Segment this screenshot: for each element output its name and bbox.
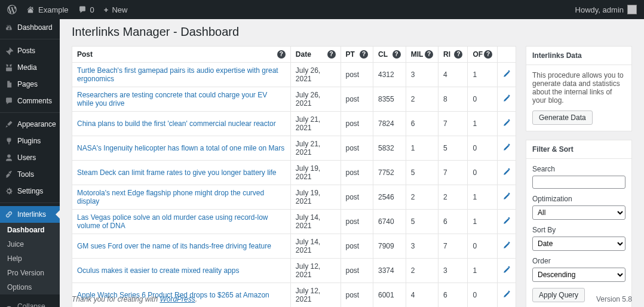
- menu-label: Media: [17, 63, 37, 72]
- menu-appearance[interactable]: Appearance: [0, 116, 60, 133]
- media-icon: [5, 63, 13, 72]
- menu-users[interactable]: Users: [0, 149, 60, 166]
- wordpress-link[interactable]: WordPress: [160, 295, 195, 303]
- cell-pt: post: [341, 63, 373, 87]
- submenu-dashboard[interactable]: Dashboard: [0, 223, 60, 237]
- th-edit: [497, 47, 516, 63]
- menu-pages[interactable]: Pages: [0, 76, 60, 93]
- menu-media[interactable]: Media: [0, 59, 60, 76]
- optimization-select[interactable]: All: [532, 205, 625, 220]
- post-link[interactable]: Researchers are testing concrete that co…: [77, 91, 267, 108]
- generate-data-button[interactable]: Generate Data: [532, 110, 593, 125]
- sortby-select[interactable]: Date: [532, 237, 625, 251]
- edit-icon[interactable]: [502, 94, 511, 103]
- avatar: [627, 5, 637, 14]
- new-content-menu[interactable]: + New: [99, 0, 133, 19]
- cell-ri: 7: [438, 234, 468, 259]
- cell-of: 0: [468, 87, 497, 112]
- submenu-juice[interactable]: Juice: [0, 237, 60, 251]
- cell-pt: post: [341, 136, 373, 161]
- search-label: Search: [532, 165, 625, 173]
- submenu-help[interactable]: Help: [0, 251, 60, 266]
- menu-tools[interactable]: Tools: [0, 166, 60, 183]
- cell-ri: 6: [438, 210, 468, 234]
- menu-dashboard[interactable]: Dashboard: [0, 19, 60, 36]
- cell-pt: post: [341, 234, 373, 259]
- th-post[interactable]: Post?: [72, 47, 291, 63]
- menu-label: Appearance: [17, 120, 56, 128]
- cell-cl: 8355: [373, 87, 406, 112]
- search-input[interactable]: [532, 176, 625, 189]
- menu-interlinks[interactable]: Interlinks: [0, 206, 60, 223]
- edit-icon[interactable]: [502, 241, 511, 250]
- cell-of: 0: [468, 161, 497, 185]
- home-icon: [26, 5, 35, 14]
- cell-cl: 6740: [373, 210, 406, 234]
- th-of[interactable]: OF?: [468, 47, 497, 63]
- menu-label: Settings: [17, 187, 43, 195]
- edit-icon[interactable]: [502, 119, 511, 127]
- post-link[interactable]: Motorola's next Edge flagship phone migh…: [77, 189, 264, 205]
- cell-date: July 21, 2021: [290, 112, 341, 136]
- comments-link[interactable]: 0: [73, 0, 99, 19]
- table-row: NASA's Ingenuity helicopter has flown a …: [72, 136, 516, 161]
- th-date[interactable]: Date?: [290, 47, 341, 63]
- cell-mil: 2: [406, 87, 438, 112]
- wordpress-logo-menu[interactable]: [2, 0, 22, 19]
- post-link[interactable]: GM sues Ford over the name of its hands-…: [77, 242, 271, 250]
- menu-label: Dashboard: [17, 23, 53, 32]
- post-link[interactable]: Oculus makes it easier to create mixed r…: [77, 266, 239, 275]
- menu-posts[interactable]: Posts: [0, 42, 60, 59]
- post-link[interactable]: Turtle Beach's first gamepad pairs its a…: [77, 66, 278, 83]
- help-icon[interactable]: ?: [425, 50, 433, 59]
- help-icon[interactable]: ?: [327, 50, 336, 59]
- th-ri[interactable]: RI?: [438, 47, 468, 63]
- cell-mil: 2: [406, 185, 438, 210]
- edit-icon[interactable]: [502, 217, 511, 225]
- help-icon[interactable]: ?: [360, 50, 368, 59]
- filter-sort-box: Filter & Sort Search Optimization All So…: [526, 140, 632, 307]
- interlinks-data-box: Interlinks Data This procedure allows yo…: [526, 46, 632, 131]
- help-icon[interactable]: ?: [277, 50, 286, 59]
- footer-thank: Thank you for creating with WordPress.: [72, 295, 197, 303]
- menu-plugins[interactable]: Plugins: [0, 133, 60, 149]
- edit-icon[interactable]: [502, 266, 511, 274]
- site-link[interactable]: Example: [22, 0, 73, 19]
- help-icon[interactable]: ?: [392, 50, 401, 59]
- cell-cl: 5832: [373, 136, 406, 161]
- submenu-options[interactable]: Options: [0, 280, 60, 294]
- menu-comments[interactable]: Comments: [0, 93, 60, 109]
- post-link[interactable]: NASA's Ingenuity helicopter has flown a …: [77, 144, 284, 152]
- cell-ri: 7: [438, 161, 468, 185]
- cell-pt: post: [341, 161, 373, 185]
- menu-label: Tools: [17, 170, 34, 179]
- cell-cl: 7752: [373, 161, 406, 185]
- submenu-pro-version[interactable]: Pro Version: [0, 266, 60, 280]
- edit-icon[interactable]: [502, 70, 511, 78]
- help-icon[interactable]: ?: [484, 50, 492, 59]
- collapse-menu[interactable]: Collapse menu: [0, 298, 60, 307]
- edit-icon[interactable]: [502, 143, 511, 152]
- post-link[interactable]: China plans to build the first 'clean' c…: [77, 119, 276, 128]
- page-title: Interlinks Manager - Dashboard: [72, 25, 632, 39]
- edit-icon[interactable]: [502, 192, 511, 201]
- table-row: Oculus makes it easier to create mixed r…: [72, 259, 516, 283]
- th-mil[interactable]: MIL?: [406, 47, 438, 63]
- howdy-account[interactable]: Howdy, admin: [571, 0, 642, 19]
- gear-icon: [5, 187, 13, 195]
- edit-icon[interactable]: [502, 168, 511, 176]
- post-link[interactable]: Steam Deck can limit frame rates to give…: [77, 168, 276, 177]
- order-select[interactable]: Descending: [532, 268, 625, 282]
- th-pt[interactable]: PT?: [341, 47, 373, 63]
- post-link[interactable]: Las Vegas police solve an old murder cas…: [77, 213, 268, 230]
- help-icon[interactable]: ?: [454, 50, 462, 59]
- cell-mil: 1: [406, 136, 438, 161]
- th-cl[interactable]: CL?: [373, 47, 406, 63]
- cell-mil: 2: [406, 259, 438, 283]
- optimization-label: Optimization: [532, 195, 625, 203]
- menu-settings[interactable]: Settings: [0, 183, 60, 199]
- comments-count: 0: [90, 5, 94, 14]
- cell-mil: 3: [406, 63, 438, 87]
- cell-date: July 26, 2021: [290, 63, 341, 87]
- cell-of: 1: [468, 63, 497, 87]
